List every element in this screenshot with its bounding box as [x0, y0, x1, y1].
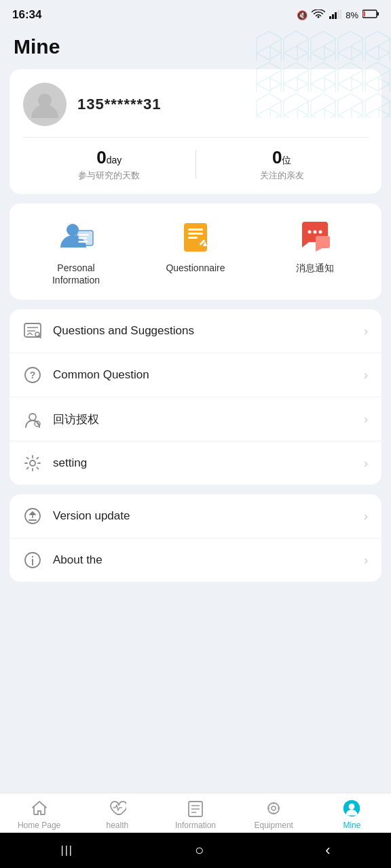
svg-text:?: ? [30, 370, 36, 380]
menu-text-questions: Questions and Suggestions [53, 324, 353, 338]
menu-item-questions[interactable]: Questions and Suggestions › [10, 309, 381, 353]
action-questionnaire-label: Questionnaire [166, 262, 225, 274]
menu-text-setting: setting [53, 456, 353, 470]
battery-icon [362, 9, 379, 20]
svg-point-29 [314, 231, 317, 234]
quick-actions-card: PersonalInformation Questionnaire [10, 203, 381, 300]
chevron-right-icon-3: › [364, 412, 368, 427]
stat-days-value: 0day [96, 147, 122, 168]
nav-label-health: health [106, 821, 128, 830]
stat-friends-value: 0位 [272, 147, 291, 168]
svg-rect-24 [188, 233, 203, 235]
menu-item-setting[interactable]: setting › [10, 441, 381, 485]
action-personal-info-label: PersonalInformation [52, 262, 100, 286]
stat-days-label: 参与研究的天数 [78, 170, 140, 182]
svg-rect-1 [332, 14, 334, 19]
nav-label-home: Home Page [18, 821, 60, 830]
header-decoration [255, 30, 391, 118]
action-questionnaire[interactable]: Questionnaire [136, 217, 255, 286]
svg-point-28 [308, 231, 312, 234]
svg-line-41 [37, 424, 39, 425]
personal-info-icon [57, 217, 95, 255]
information-nav-icon [186, 799, 205, 818]
action-notifications-label: 消息通知 [296, 262, 334, 274]
menu-card-1: Questions and Suggestions › ? Common Que… [10, 309, 381, 485]
menu-text-about: About the [53, 553, 353, 567]
status-time: 16:34 [12, 8, 41, 22]
menu-text-revisit: 回访授权 [53, 412, 353, 427]
mute-icon: 🔇 [297, 10, 308, 20]
svg-point-46 [32, 556, 33, 557]
svg-rect-23 [188, 229, 203, 231]
svg-point-52 [268, 803, 279, 814]
chevron-right-icon-2: › [364, 368, 368, 382]
svg-rect-0 [329, 16, 331, 19]
svg-point-59 [349, 804, 355, 810]
nav-item-mine[interactable]: Mine [313, 799, 391, 830]
chevron-right-icon: › [364, 324, 368, 338]
svg-rect-4 [340, 9, 341, 19]
status-icons: 🔇 8% [297, 9, 379, 21]
action-personal-info[interactable]: PersonalInformation [16, 217, 136, 286]
equipment-nav-icon [264, 799, 283, 818]
menu-item-version[interactable]: Version update › [10, 494, 381, 538]
svg-rect-21 [79, 241, 88, 243]
android-back-btn[interactable]: ‹ [325, 842, 330, 859]
version-update-icon [23, 507, 42, 526]
nav-item-health[interactable]: health [78, 799, 156, 830]
nav-label-equipment: Equipment [255, 821, 293, 830]
nav-item-information[interactable]: Information [156, 799, 234, 830]
bottom-nav: Home Page health Information [0, 793, 391, 833]
svg-rect-7 [364, 12, 366, 17]
svg-point-30 [319, 231, 322, 234]
nav-label-mine: Mine [343, 821, 360, 830]
questionnaire-icon [176, 217, 215, 255]
svg-rect-11 [255, 30, 391, 118]
signal-icon [329, 9, 341, 21]
notifications-icon [296, 217, 334, 255]
svg-point-38 [29, 414, 36, 420]
android-home-btn[interactable]: ○ [195, 842, 204, 859]
svg-point-42 [30, 460, 35, 466]
stat-days: 0day 参与研究的天数 [23, 147, 196, 182]
svg-rect-3 [337, 10, 339, 19]
avatar [23, 83, 67, 126]
nav-item-home[interactable]: Home Page [0, 799, 78, 830]
mine-nav-icon [342, 799, 361, 818]
stat-friends: 0位 关注的亲友 [196, 147, 369, 182]
chevron-right-icon-4: › [364, 456, 368, 471]
menu-text-common-question: Common Question [53, 368, 353, 382]
chevron-right-icon-6: › [364, 553, 368, 568]
bottom-spacer [0, 591, 391, 673]
menu-item-revisit[interactable]: 回访授权 › [10, 397, 381, 441]
common-question-icon: ? [23, 366, 42, 384]
svg-rect-19 [79, 234, 89, 236]
questions-icon [23, 321, 42, 340]
status-bar: 16:34 🔇 8% [0, 0, 391, 30]
health-nav-icon [108, 799, 127, 818]
android-nav-bar: ||| ○ ‹ [0, 833, 391, 868]
stats-row: 0day 参与研究的天数 0位 关注的亲友 [10, 138, 381, 194]
svg-point-53 [272, 806, 276, 810]
stat-friends-label: 关注的亲友 [260, 170, 304, 182]
about-icon [23, 551, 42, 570]
menu-text-version: Version update [53, 509, 353, 523]
revisit-icon [23, 410, 42, 429]
svg-rect-20 [79, 237, 87, 239]
home-nav-icon [30, 799, 49, 818]
phone-number: 135******31 [77, 96, 162, 113]
wifi-icon [312, 9, 325, 21]
menu-item-common-question[interactable]: ? Common Question › [10, 353, 381, 397]
nav-item-equipment[interactable]: Equipment [235, 799, 313, 830]
chevron-right-icon-5: › [364, 509, 368, 524]
nav-label-information: Information [175, 821, 216, 830]
svg-rect-6 [377, 12, 379, 16]
page-header: Mine [0, 30, 391, 69]
menu-card-2: Version update › About the › [10, 494, 381, 582]
menu-item-about[interactable]: About the › [10, 538, 381, 582]
svg-rect-25 [188, 237, 198, 239]
svg-rect-2 [335, 12, 337, 19]
android-recents-btn[interactable]: ||| [60, 844, 73, 856]
setting-icon [23, 454, 42, 473]
action-notifications[interactable]: 消息通知 [255, 217, 375, 286]
